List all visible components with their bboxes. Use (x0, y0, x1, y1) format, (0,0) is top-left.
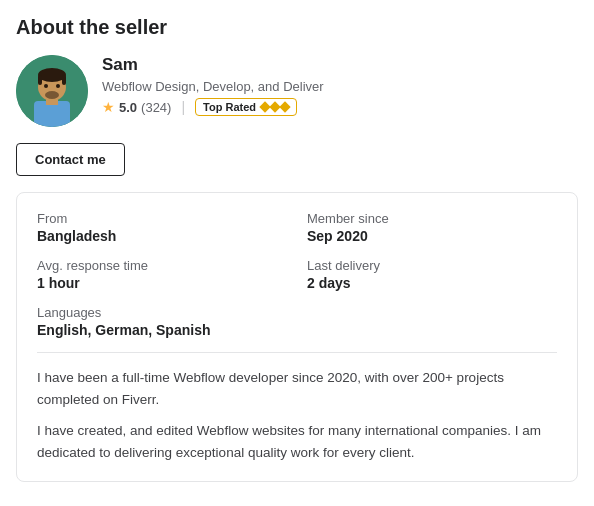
page-title: About the seller (16, 16, 578, 39)
svg-point-4 (38, 68, 66, 82)
rating-score: 5.0 (119, 100, 137, 115)
badge-diamonds (261, 103, 289, 111)
star-icon: ★ (102, 99, 115, 115)
member-since-item: Member since Sep 2020 (307, 211, 557, 244)
divider-dot: | (181, 99, 185, 115)
languages-value: English, German, Spanish (37, 322, 557, 338)
svg-rect-5 (38, 75, 42, 85)
from-label: From (37, 211, 287, 226)
contact-button[interactable]: Contact me (16, 143, 125, 176)
svg-point-8 (44, 84, 48, 88)
seller-tagline: Webflow Design, Develop, and Deliver (102, 79, 324, 94)
avatar (16, 55, 88, 127)
top-rated-badge: Top Rated (195, 98, 297, 116)
seller-name: Sam (102, 55, 324, 75)
avg-response-item: Avg. response time 1 hour (37, 258, 287, 291)
seller-meta: ★ 5.0 (324) | Top Rated (102, 98, 324, 116)
info-grid: From Bangladesh Member since Sep 2020 Av… (37, 211, 557, 338)
seller-profile: Sam Webflow Design, Develop, and Deliver… (16, 55, 578, 127)
rating-count: (324) (141, 100, 171, 115)
top-rated-label: Top Rated (203, 101, 256, 113)
from-item: From Bangladesh (37, 211, 287, 244)
languages-label: Languages (37, 305, 557, 320)
avg-response-value: 1 hour (37, 275, 287, 291)
last-delivery-label: Last delivery (307, 258, 557, 273)
info-card: From Bangladesh Member since Sep 2020 Av… (16, 192, 578, 482)
diamond-icon-3 (279, 101, 290, 112)
bio-paragraph-1: I have been a full-time Webflow develope… (37, 367, 557, 410)
member-since-value: Sep 2020 (307, 228, 557, 244)
svg-rect-6 (62, 75, 66, 85)
seller-info: Sam Webflow Design, Develop, and Deliver… (102, 55, 324, 116)
svg-point-9 (56, 84, 60, 88)
from-value: Bangladesh (37, 228, 287, 244)
languages-item: Languages English, German, Spanish (37, 305, 557, 338)
seller-rating: ★ 5.0 (324) (102, 99, 171, 115)
avg-response-label: Avg. response time (37, 258, 287, 273)
last-delivery-value: 2 days (307, 275, 557, 291)
divider (37, 352, 557, 353)
last-delivery-item: Last delivery 2 days (307, 258, 557, 291)
svg-point-7 (45, 91, 59, 99)
bio-paragraph-2: I have created, and edited Webflow websi… (37, 420, 557, 463)
member-since-label: Member since (307, 211, 557, 226)
